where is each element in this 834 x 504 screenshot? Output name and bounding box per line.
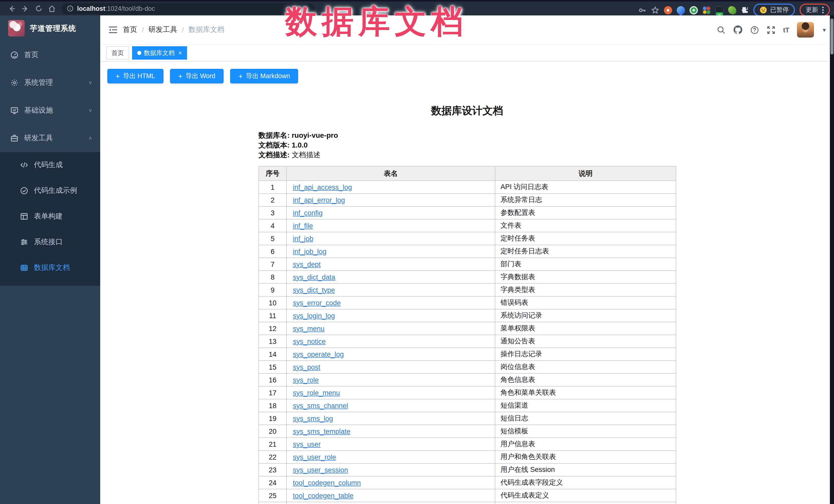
table-name-link[interactable]: inf_api_access_log [293, 183, 352, 191]
table-name-link[interactable]: sys_operate_log [293, 350, 344, 358]
extension-leaf-icon[interactable] [728, 6, 737, 14]
sidebar-item-label: 首页 [24, 50, 39, 60]
table-desc-cell: 菜单权限表 [495, 322, 676, 335]
table-name-link[interactable]: sys_user_role [293, 453, 336, 461]
table-name-link[interactable]: sys_role_menu [293, 389, 340, 397]
sidebar-item-system[interactable]: 系统管理 ˅ [0, 69, 100, 96]
table-name-link[interactable]: sys_dept [293, 260, 321, 268]
table-row: 20sys_sms_template短信模板 [259, 425, 676, 438]
table-name-link[interactable]: sys_sms_log [293, 415, 333, 422]
bookmark-star-icon[interactable] [651, 6, 659, 14]
table-name-cell: sys_notice [286, 335, 495, 348]
table-name-cell: inf_file [286, 219, 495, 232]
app-logo-row[interactable]: 芋道管理系统 [0, 16, 100, 41]
table-name-cell: sys_dict_data [286, 271, 495, 284]
table-name-link[interactable]: tool_codegen_column [293, 479, 361, 486]
search-icon[interactable] [717, 25, 726, 34]
table-name-link[interactable]: sys_dict_type [293, 286, 335, 294]
export-word-button[interactable]: + 导出 Word [170, 69, 223, 83]
table-name-link[interactable]: sys_user_session [293, 466, 348, 474]
table-name-link[interactable]: sys_login_log [293, 312, 335, 320]
table-name-link[interactable]: inf_job [293, 235, 313, 242]
user-avatar[interactable] [797, 22, 814, 38]
tag-home[interactable]: 首页 [106, 46, 129, 60]
table-name-cell: sys_dept [286, 258, 495, 271]
table-name-cell: inf_job [286, 232, 495, 245]
export-markdown-button[interactable]: + 导出 Markdown [230, 69, 298, 83]
extensions-puzzle-icon[interactable] [741, 6, 749, 14]
sidebar-item-home[interactable]: 首页 [0, 41, 100, 69]
row-number: 13 [259, 335, 286, 348]
table-desc-cell: 定时任务表 [495, 232, 676, 245]
browser-forward-icon[interactable] [19, 2, 32, 15]
extension-adblock-icon[interactable] [664, 6, 672, 14]
url-text: localhost:1024/tool/db-doc [77, 5, 155, 12]
close-icon[interactable]: × [178, 49, 182, 57]
breadcrumb-devtools[interactable]: 研发工具 [149, 25, 177, 35]
table-row: 18sys_sms_channel短信渠道 [259, 399, 676, 412]
table-name-link[interactable]: sys_error_code [293, 299, 341, 307]
help-icon[interactable] [750, 25, 759, 34]
table-row: 12sys_menu菜单权限表 [259, 322, 676, 335]
chevron-down-icon: ˅ [89, 80, 92, 86]
table-name-link[interactable]: sys_post [293, 363, 321, 371]
table-name-link[interactable]: sys_user [293, 440, 321, 448]
table-desc-cell: 错误码表 [495, 296, 676, 309]
user-menu-caret-icon[interactable]: ▼ [822, 27, 827, 32]
profile-paused-chip[interactable]: 已暂停 [753, 4, 795, 17]
password-key-icon[interactable] [638, 6, 646, 14]
browser-back-icon[interactable] [5, 2, 19, 15]
fullscreen-icon[interactable] [767, 25, 775, 34]
row-number: 24 [259, 476, 286, 489]
table-name-link[interactable]: sys_sms_channel [293, 402, 348, 410]
breadcrumb-home[interactable]: 首页 [123, 25, 137, 35]
sidebar-item-db-doc[interactable]: 数据库文档 [0, 255, 100, 281]
extension-tampermonkey-icon[interactable]: on [715, 6, 724, 14]
sidebar-collapse-icon[interactable] [107, 24, 119, 36]
sidebar-item-system-api[interactable]: 系统接口 [0, 229, 100, 255]
table-name-link[interactable]: inf_job_log [293, 247, 327, 255]
extension-check-icon[interactable] [689, 6, 698, 14]
table-name-link[interactable]: sys_menu [293, 325, 325, 332]
export-html-button[interactable]: + 导出 HTML [107, 69, 163, 83]
toolbox-icon [10, 134, 19, 143]
table-name-link[interactable]: sys_dict_data [293, 273, 335, 281]
table-name-cell: tool_test_demo [286, 502, 495, 504]
sidebar-item-devtools[interactable]: 研发工具 ˄ [0, 125, 100, 152]
active-dot [137, 51, 141, 55]
table-desc-cell: 角色和菜单关联表 [495, 386, 676, 399]
site-info-icon[interactable] [67, 5, 73, 12]
sidebar-item-form-builder[interactable]: 表单构建 [0, 203, 100, 229]
tag-db-doc[interactable]: 数据库文档 × [132, 46, 187, 60]
browser-chrome: localhost:1024/tool/db-doc on 已暂停 [0, 0, 834, 16]
extension-pin-icon[interactable] [675, 4, 686, 16]
url-path: :1024/tool/db-doc [105, 5, 155, 12]
table-name-link[interactable]: sys_sms_template [293, 428, 350, 435]
row-number: 10 [259, 296, 286, 309]
address-bar[interactable]: localhost:1024/tool/db-doc [62, 3, 314, 14]
extension-grid-icon[interactable] [702, 6, 711, 14]
table-name-link[interactable]: sys_notice [293, 337, 326, 345]
browser-update-button[interactable]: 更新 [799, 4, 830, 17]
row-number: 25 [259, 489, 286, 502]
sidebar-item-codegen-demo[interactable]: 代码生成示例 [0, 178, 100, 203]
browser-home-icon[interactable] [45, 2, 59, 15]
browser-reload-icon[interactable] [32, 2, 45, 15]
sidebar-item-infra[interactable]: 基础设施 ˅ [0, 96, 100, 125]
app-logo-avatar [8, 20, 25, 37]
scrollbar-thumb[interactable] [830, 19, 833, 54]
table-name-link[interactable]: tool_codegen_table [293, 492, 354, 499]
browser-menu-icon[interactable] [822, 7, 824, 13]
sidebar-item-codegen[interactable]: 代码生成 [0, 152, 100, 178]
table-name-link[interactable]: inf_api_error_log [293, 196, 345, 204]
github-icon[interactable] [733, 25, 743, 35]
row-number: 9 [259, 284, 286, 296]
table-row: 24tool_codegen_column代码生成表字段定义 [259, 476, 676, 489]
table-name-link[interactable]: sys_role [293, 376, 319, 384]
font-size-icon[interactable]: tT [783, 26, 790, 34]
table-name-link[interactable]: inf_config [293, 209, 323, 217]
tags-view-bar: 首页 数据库文档 × [100, 45, 834, 62]
table-desc-cell: 定时任务日志表 [495, 245, 676, 258]
table-name-link[interactable]: inf_file [293, 222, 313, 229]
page-scrollbar[interactable] [830, 16, 834, 504]
